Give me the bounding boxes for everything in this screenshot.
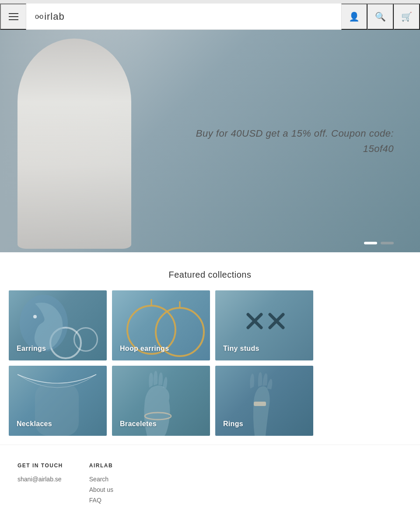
- slide-dot-2[interactable]: [381, 242, 394, 244]
- footer-link-search[interactable]: Search: [89, 476, 113, 483]
- footer-link-faq[interactable]: FAQ: [89, 497, 113, 504]
- hero-promo-text: Buy for 40USD get a 15% off. Coupon code…: [196, 126, 394, 156]
- account-icon: 👤: [349, 11, 360, 22]
- collection-card-bracelets[interactable]: Braceletes: [112, 366, 210, 436]
- svg-point-2: [33, 315, 37, 318]
- menu-button[interactable]: [0, 4, 26, 30]
- cart-icon: 🛒: [401, 11, 412, 22]
- hero-promo-line1: Buy for 40USD get a 15% off. Coupon code…: [196, 128, 394, 139]
- featured-title: Featured collections: [9, 270, 411, 280]
- cart-button[interactable]: 🛒: [394, 4, 420, 30]
- logo-area[interactable]: o-o irlab: [26, 11, 74, 22]
- hero-coupon-code: 15of40: [363, 143, 394, 154]
- collection-card-tiny[interactable]: Tiny studs: [215, 290, 313, 360]
- header-right: 👤 🔍 🛒: [341, 4, 420, 29]
- header-left: o-o irlab: [0, 4, 74, 29]
- hamburger-icon: [9, 13, 18, 20]
- footer-col-contact: GET IN TOUCH shani@airlab.se: [18, 463, 63, 507]
- collection-card-necklaces[interactable]: Necklaces: [9, 366, 107, 436]
- search-button[interactable]: 🔍: [368, 4, 394, 30]
- search-icon: 🔍: [375, 11, 386, 22]
- footer-contact-email: shani@airlab.se: [18, 476, 63, 483]
- hero-slide-indicators: [364, 242, 394, 244]
- earrings-label: Earrings: [17, 345, 46, 353]
- footer-airlab-heading: AIRLAB: [89, 463, 113, 469]
- slide-dot-1[interactable]: [364, 242, 377, 244]
- svg-rect-11: [35, 383, 79, 436]
- collections-grid: Earrings Hoop earrings: [9, 290, 411, 436]
- account-button[interactable]: 👤: [341, 4, 368, 30]
- hero-background: Buy for 40USD get a 15% off. Coupon code…: [0, 30, 420, 252]
- featured-collections-section: Featured collections Earrings: [0, 252, 420, 445]
- hero-model-figure: [18, 39, 131, 249]
- header: o-o irlab 👤 🔍 🛒: [0, 4, 420, 30]
- svg-rect-13: [254, 402, 266, 406]
- hero-model-overlay: [0, 30, 140, 252]
- rings-label: Rings: [223, 420, 243, 428]
- logo-brand-text: irlab: [44, 11, 65, 22]
- footer-link-about[interactable]: About us: [89, 486, 113, 493]
- bracelets-label: Braceletes: [120, 420, 157, 428]
- hero-banner: Buy for 40USD get a 15% off. Coupon code…: [0, 30, 420, 252]
- collection-card-hoop[interactable]: Hoop earrings: [112, 290, 210, 360]
- necklaces-label: Necklaces: [17, 420, 52, 428]
- footer: GET IN TOUCH shani@airlab.se AIRLAB Sear…: [0, 445, 420, 512]
- collection-card-rings[interactable]: Rings: [215, 366, 313, 436]
- logo-glasses-icon: o-o: [35, 13, 42, 21]
- collection-card-earrings[interactable]: Earrings: [9, 290, 107, 360]
- footer-columns: GET IN TOUCH shani@airlab.se AIRLAB Sear…: [18, 463, 402, 507]
- logo: o-o irlab: [35, 11, 65, 22]
- tiny-label: Tiny studs: [223, 345, 259, 353]
- footer-contact-heading: GET IN TOUCH: [18, 463, 63, 469]
- footer-col-airlab: AIRLAB Search About us FAQ: [89, 463, 113, 507]
- hoop-label: Hoop earrings: [120, 345, 169, 353]
